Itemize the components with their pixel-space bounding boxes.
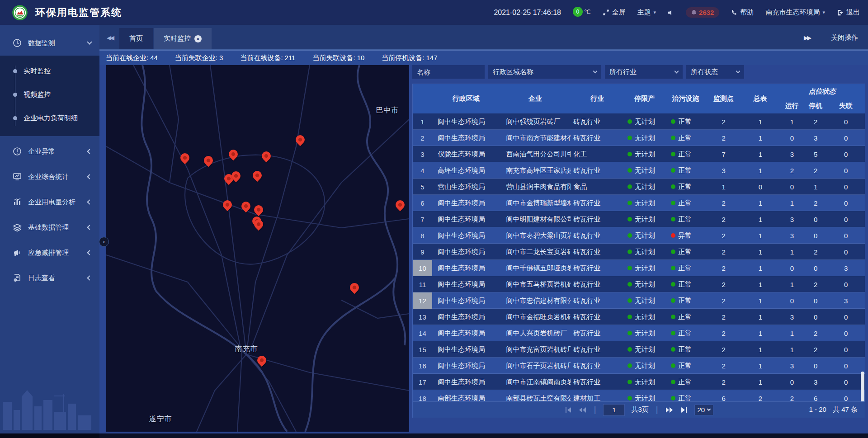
status-dot-icon [671,363,675,368]
sidebar-item-power-usage-analysis[interactable]: 企业用电量分析 [0,189,99,215]
cell-company: 阆中市忠信建材有限公 [500,292,571,309]
last-page-button[interactable] [680,406,688,414]
status-dot-icon [627,331,632,335]
map-pin-icon[interactable] [257,356,266,365]
tab-home[interactable]: 首页 [119,28,153,49]
tab-close-icon[interactable]: × [194,35,202,42]
tabs-scroll-left-icon[interactable]: ◀◀ [107,34,113,41]
table-row[interactable]: 14阆中生态环境局阆中大兴页岩机砖厂砖瓦行业无计划正常21120 [413,325,865,341]
first-page-button[interactable] [564,406,572,414]
map-pin-icon[interactable] [253,171,262,180]
panel-collapse-handle[interactable]: ‹ [99,237,109,247]
datetime-label: 2021-02-25 17:46:18 [494,9,561,17]
pager-divider: | [656,405,658,414]
table-row[interactable]: 1阆中生态环境局阆中强锐页岩砖厂砖瓦行业无计划正常21120 [413,113,865,130]
close-operations-button[interactable]: 关闭操作 [831,33,858,42]
stat-online-enterprises: 当前在线企业:44 [106,54,158,62]
sidebar-item-video-monitoring[interactable]: 视频监控 [0,83,99,106]
cell-lost: 0 [827,146,865,162]
cell-limit-production: 无计划 [624,358,665,374]
cell-company: 阆中大兴页岩机砖厂 [500,325,571,341]
cell-stopped: 0 [804,260,827,276]
page-size-select[interactable]: 20 [694,405,714,415]
status-filter-select[interactable]: 所有状态 [686,65,744,79]
region-filter-select[interactable]: 行政区域名称 [488,65,601,79]
map-pin-icon[interactable] [180,153,189,162]
cell-pollution-facility: 正常 [665,341,706,358]
org-dropdown[interactable]: 南充市生态环境局 ▾ [765,8,825,17]
help-button[interactable]: 帮助 [731,8,754,17]
cell-lost: 3 [827,260,865,276]
sidebar-item-emergency-reduction[interactable]: 应急减排管理 [0,240,99,265]
status-dot-icon [627,119,632,124]
map-pin-icon[interactable] [296,135,305,144]
mute-button[interactable] [668,9,674,16]
cell-pollution-facility: 正常 [665,146,706,162]
table-row[interactable]: 11阆中生态环境局阆中市五马桥页岩机砖砖瓦行业无计划正常21120 [413,276,865,292]
cell-running: 0 [779,292,804,309]
cell-total-meter: 2 [741,390,780,401]
cell-lost: 0 [827,179,865,195]
table-row[interactable]: 3仪陇生态环境局西南油气田分公司川中化工无计划正常71350 [413,146,865,162]
map-pin-icon[interactable] [396,200,405,209]
page-input[interactable] [603,404,625,416]
table-row[interactable]: 15阆中生态环境局阆中市光富页岩机砖厂砖瓦行业无计划正常21120 [413,341,865,358]
pager-divider: | [594,405,596,414]
cell-lost: 0 [827,113,865,130]
sidebar-item-realtime-monitoring[interactable]: 实时监控 [0,59,99,83]
cell-row-number: 3 [413,146,432,162]
table-row[interactable]: 2阆中生态环境局阆中市南方节能建材有砖瓦行业无计划正常21030 [413,130,865,146]
map-pin-icon[interactable] [241,202,250,211]
cell-total-meter: 1 [741,292,780,309]
table-row[interactable]: 16阆中生态环境局阆中市石子页岩机砖厂砖瓦行业无计划正常21300 [413,358,865,374]
table-row[interactable]: 7阆中生态环境局阆中明阳建材有限公司砖瓦行业无计划正常21300 [413,211,865,227]
fullscreen-button[interactable]: 全屏 [603,8,626,17]
table-row[interactable]: 8阆中生态环境局阆中市枣碧大梁山页岩砖瓦行业无计划异常21300 [413,227,865,244]
table-row[interactable]: 17阆中生态环境局阆中市江南镇阆南页岩砖瓦行业无计划正常21030 [413,374,865,390]
sidebar-item-log-view[interactable]: 日志查看 [0,265,99,291]
map-pin-icon[interactable] [204,156,213,165]
map-pin-icon[interactable] [254,205,263,214]
sidebar-item-power-load-detail[interactable]: 企业电力负荷明细 [0,106,99,130]
cell-region: 阆中生态环境局 [432,113,500,130]
map-pin-icon[interactable] [254,220,263,229]
theme-dropdown[interactable]: 主题 ▾ [637,8,656,17]
cell-limit-production: 无计划 [624,195,665,211]
next-page-button[interactable] [665,406,674,414]
sidebar-item-data-monitoring[interactable]: 数据监测 [0,30,99,56]
map-pin-icon[interactable] [262,151,271,160]
table-row[interactable]: 5营山生态环境局营山县润丰肉食品有限食品无计划正常10010 [413,179,865,195]
chevron-left-icon [87,199,92,204]
sidebar-item-base-data-management[interactable]: 基础数据管理 [0,215,99,240]
map-pin-icon[interactable] [231,171,241,180]
map-pin-icon[interactable] [223,200,232,209]
stat-online-devices: 当前在线设备:211 [240,54,295,62]
cell-limit-production: 无计划 [624,276,665,292]
cell-industry: 砖瓦行业 [571,130,624,146]
table-row[interactable]: 9阆中生态环境局阆中市二龙长宝页岩砖砖瓦行业无计划正常21120 [413,244,865,260]
tabs-scroll-right-icon[interactable]: ▶▶ [804,34,810,41]
sidebar-item-enterprise-anomaly[interactable]: 企业异常 [0,139,99,164]
map-pin-icon[interactable] [350,283,359,292]
table-row[interactable]: 12阆中生态环境局阆中市忠信建材有限公砖瓦行业无计划正常21003 [413,292,865,309]
cell-limit-production: 无计划 [624,260,665,276]
prev-page-button[interactable] [579,406,587,414]
sidebar-item-enterprise-statistics[interactable]: 企业综合统计 [0,164,99,189]
logout-button[interactable]: 退出 [837,8,860,17]
notification-badge[interactable]: 2632 [686,7,719,18]
map-panel[interactable]: 巴中市南充市遂宁市 [106,65,409,432]
cell-company: 阆中市南方节能建材有 [500,130,571,146]
table-row[interactable]: 13阆中生态环境局阆中市金福旺页岩机砖砖瓦行业无计划正常21300 [413,309,865,325]
industry-filter-select[interactable]: 所有行业 [605,65,683,79]
enterprise-table: 行政区域 企业 行业 停限产 治污设施 监测点 总表 点位状态 运行 停机 失联… [412,84,865,418]
map-pin-icon[interactable] [229,150,238,159]
table-row[interactable]: 10阆中生态环境局阆中千佛镇五郎垭页岩砖瓦行业无计划正常21003 [413,260,865,276]
table-row[interactable]: 6阆中生态环境局阆中市金博瑞新型墙材砖瓦行业无计划正常21120 [413,195,865,211]
table-row[interactable]: 4高坪生态环境局南充市高坪区王家店建砖瓦行业无计划正常31220 [413,162,865,179]
cell-pollution-facility: 正常 [665,325,706,341]
cell-total-meter: 1 [741,309,780,325]
name-filter-input[interactable] [412,65,485,79]
tab-realtime-monitoring[interactable]: 实时监控 × [154,28,212,49]
table-row[interactable]: 18南部生态环境局南部县砖瓦土窑有限公建材加工无计划正常62260 [413,390,865,401]
cell-limit-production: 无计划 [624,227,665,244]
